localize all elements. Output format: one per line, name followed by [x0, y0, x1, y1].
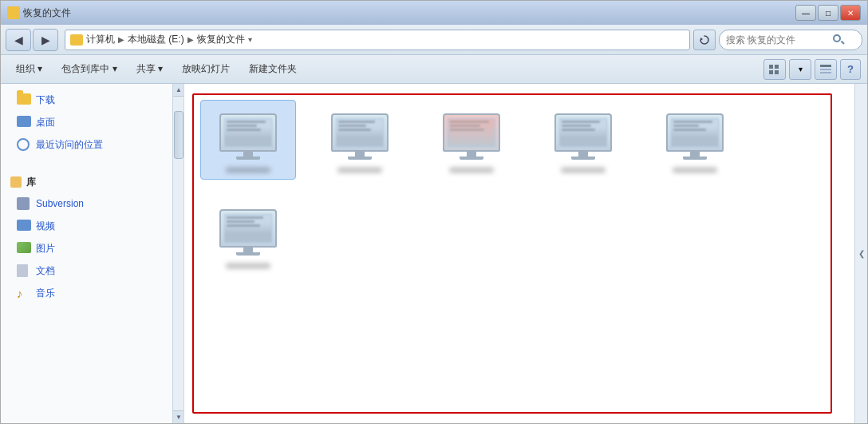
subversion-icon [17, 197, 31, 210]
details-view-button[interactable] [815, 59, 837, 80]
view-dropdown-button[interactable]: ▾ [789, 59, 811, 80]
file-item-5[interactable]: xxxxxxxxxx [647, 100, 743, 180]
file-item-1[interactable]: xxxxxxxxxx [200, 100, 296, 180]
svg-rect-6 [820, 69, 831, 70]
sidebar-item-desktop[interactable]: 桌面 [1, 111, 183, 133]
sidebar-label-recent: 最近访问的位置 [36, 138, 103, 152]
file-label-5: xxxxxxxxxx [673, 164, 717, 174]
screen-content-3 [448, 118, 495, 147]
sidebar-item-docs[interactable]: 文档 [1, 260, 183, 282]
recent-icon [17, 138, 31, 151]
search-icon [833, 34, 844, 46]
title-controls: — □ ✕ [795, 5, 861, 21]
desktop-icon [17, 116, 31, 129]
share-button[interactable]: 共享 ▾ [128, 58, 172, 81]
file-label-3: xxxxxxxxxx [450, 164, 494, 174]
scrollbar-thumb[interactable] [174, 111, 183, 159]
sidebar: 下载 桌面 最近访问的位置 [1, 84, 184, 423]
sidebar-item-recent[interactable]: 最近访问的位置 [1, 133, 183, 156]
details-icon [820, 65, 831, 74]
search-box[interactable] [719, 30, 862, 50]
sidebar-item-music[interactable]: ♪ 音乐 [1, 282, 183, 304]
music-note-icon: ♪ [17, 287, 23, 300]
sidebar-item-images[interactable]: 图片 [1, 237, 183, 260]
sidebar-item-downloads[interactable]: 下载 [1, 89, 183, 111]
screen-content-4 [559, 118, 607, 147]
help-button[interactable]: ? [840, 59, 861, 80]
path-dropdown-arrow[interactable]: ▾ [248, 35, 252, 44]
sidebar-scrollbar[interactable]: ▲ ▼ [172, 84, 183, 423]
refresh-button[interactable] [693, 30, 716, 50]
monitor-screen-2 [331, 113, 389, 152]
refresh-icon [699, 34, 710, 46]
sidebar-item-subversion[interactable]: Subversion [1, 192, 183, 215]
close-button[interactable]: ✕ [840, 5, 861, 21]
address-bar: ◀ ▶ 计算机 ▶ 本地磁盘 (E:) ▶ 恢复的文件 ▾ [1, 25, 867, 55]
sidebar-label-music: 音乐 [36, 287, 55, 300]
library-group-icon [10, 176, 22, 188]
sidebar-label-downloads: 下载 [36, 93, 55, 107]
libraries-label: 库 [1, 172, 183, 192]
expand-handle[interactable]: ❮ [854, 84, 867, 423]
minimize-button[interactable]: — [795, 5, 816, 21]
image-icon [17, 242, 31, 255]
monitor-icon-2 [331, 113, 389, 161]
favorites-section: 下载 桌面 最近访问的位置 [1, 84, 183, 160]
file-item-6[interactable]: xxxxxxxxxx [200, 196, 296, 275]
maximize-button[interactable]: □ [818, 5, 838, 21]
main-area: 下载 桌面 最近访问的位置 [1, 84, 867, 423]
path-folder: 恢复的文件 [197, 33, 245, 46]
monitor-icon-5 [666, 113, 724, 161]
monitor-screen-5 [666, 113, 724, 152]
sidebar-item-video[interactable]: 视频 [1, 215, 183, 237]
file-item-2[interactable]: xxxxxxxxxx [312, 100, 408, 180]
svg-rect-1 [769, 65, 773, 69]
monitor-screen-1 [219, 113, 277, 152]
address-path[interactable]: 计算机 ▶ 本地磁盘 (E:) ▶ 恢复的文件 ▾ [65, 30, 690, 50]
libraries-section: 库 Subversion 视频 [1, 167, 183, 309]
organize-button[interactable]: 组织 ▾ [7, 58, 51, 81]
sidebar-label-images: 图片 [36, 242, 55, 256]
screen-content-1 [224, 118, 272, 147]
view-icon [769, 65, 780, 74]
back-button[interactable]: ◀ [6, 29, 31, 51]
svg-rect-4 [775, 70, 779, 74]
nav-buttons: ◀ ▶ [6, 29, 58, 51]
view-options-button[interactable] [763, 59, 786, 80]
file-icon-2 [328, 105, 392, 161]
svg-marker-0 [700, 38, 703, 41]
monitor-screen-6 [219, 209, 277, 248]
file-item-3[interactable]: xxxxxxxxxx [424, 100, 519, 180]
monitor-stand-3 [460, 157, 483, 160]
include-library-button[interactable]: 包含到库中 ▾ [53, 58, 125, 81]
expand-chevron-icon: ❮ [858, 249, 865, 258]
screen-content-5 [671, 118, 719, 147]
new-folder-button[interactable]: 新建文件夹 [240, 58, 306, 81]
file-icon-4 [551, 105, 615, 161]
svg-rect-7 [820, 72, 831, 73]
screen-content-2 [336, 118, 384, 147]
music-icon: ♪ [17, 287, 31, 299]
slideshow-button[interactable]: 放映幻灯片 [173, 58, 239, 81]
forward-button[interactable]: ▶ [33, 29, 58, 51]
path-drive: 本地磁盘 (E:) [128, 33, 184, 46]
sidebar-label-subversion: Subversion [36, 198, 84, 209]
image-folder-icon [17, 242, 31, 253]
file-label-4: xxxxxxxxxx [562, 164, 606, 174]
sidebar-label-video: 视频 [36, 220, 55, 233]
download-folder-icon [17, 93, 31, 106]
path-computer: 计算机 [86, 33, 115, 46]
doc-folder-icon [17, 264, 28, 277]
sidebar-label-docs: 文档 [36, 264, 55, 278]
monitor-stand-4 [571, 157, 595, 160]
monitor-icon-6 [219, 209, 277, 257]
subversion-folder-icon [17, 197, 30, 210]
svg-rect-2 [775, 65, 779, 69]
sidebar-spacer [1, 160, 183, 167]
search-input[interactable] [726, 34, 830, 46]
files-grid: xxxxxxxxxx [184, 84, 854, 291]
monitor-stand-6 [236, 252, 260, 256]
file-item-4[interactable]: xxxxxxxxxx [535, 100, 631, 180]
title-bar: 恢复的文件 — □ ✕ [1, 1, 867, 25]
file-label-6: xxxxxxxxxx [227, 260, 270, 270]
